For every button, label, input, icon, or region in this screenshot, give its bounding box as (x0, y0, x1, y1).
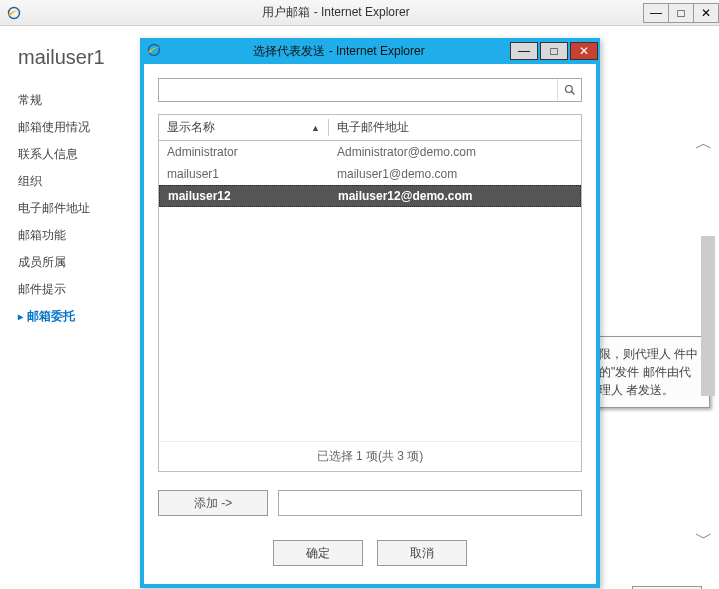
table-row[interactable]: Administrator Administrator@demo.com (159, 141, 581, 163)
table-row[interactable]: mailuser1 mailuser1@demo.com (159, 163, 581, 185)
search-box (158, 78, 582, 102)
add-target-field[interactable] (278, 490, 582, 516)
scroll-up[interactable]: ︿ (695, 131, 713, 155)
maximize-icon: □ (550, 44, 557, 58)
table-row-selected[interactable]: mailuser12 mailuser12@demo.com (159, 185, 581, 207)
scroll-down[interactable]: ﹀ (695, 526, 713, 550)
search-icon[interactable] (557, 79, 581, 101)
ok-button[interactable]: 确定 (273, 540, 363, 566)
cell-display-name: mailuser12 (160, 189, 330, 203)
close-icon: ✕ (579, 44, 589, 58)
parent-titlebar: 用户邮箱 - Internet Explorer — □ ✕ (0, 0, 719, 26)
parent-close-button[interactable]: ✕ (693, 3, 719, 23)
svg-point-0 (9, 7, 20, 18)
dialog-title: 选择代表发送 - Internet Explorer (168, 43, 510, 60)
info-tooltip: 限，则代理人 件中的"发件 邮件由代理人 者发送。 (590, 336, 710, 408)
dialog-close-button[interactable]: ✕ (570, 42, 598, 60)
svg-point-2 (565, 86, 572, 93)
ie-icon (146, 42, 162, 61)
cell-email: mailuser1@demo.com (329, 167, 581, 181)
svg-line-3 (571, 92, 574, 95)
dialog-select-send-as: 选择代表发送 - Internet Explorer — □ ✕ 显示名称 ▲ … (140, 38, 600, 588)
col-header-label: 显示名称 (167, 119, 215, 136)
grid-body: Administrator Administrator@demo.com mai… (159, 141, 581, 441)
grid-footer-status: 已选择 1 项(共 3 项) (159, 441, 581, 471)
dialog-titlebar: 选择代表发送 - Internet Explorer — □ ✕ (140, 38, 600, 64)
minimize-icon: — (650, 6, 662, 20)
scrollbar-thumb[interactable] (701, 236, 715, 396)
picker-grid: 显示名称 ▲ 电子邮件地址 Administrator Administrato… (158, 114, 582, 472)
col-header-email[interactable]: 电子邮件地址 (329, 119, 581, 136)
add-button[interactable]: 添加 -> (158, 490, 268, 516)
grid-header: 显示名称 ▲ 电子邮件地址 (159, 115, 581, 141)
parent-title: 用户邮箱 - Internet Explorer (28, 4, 644, 21)
cell-display-name: mailuser1 (159, 167, 329, 181)
col-header-display-name[interactable]: 显示名称 ▲ (159, 119, 329, 136)
maximize-icon: □ (677, 6, 684, 20)
dialog-min-button[interactable]: — (510, 42, 538, 60)
minimize-icon: — (518, 44, 530, 58)
cell-email: Administrator@demo.com (329, 145, 581, 159)
parent-max-button[interactable]: □ (668, 3, 694, 23)
sort-asc-icon: ▲ (311, 123, 320, 133)
cell-display-name: Administrator (159, 145, 329, 159)
cancel-button[interactable]: 取消 (377, 540, 467, 566)
cell-email: mailuser12@demo.com (330, 189, 580, 203)
search-input[interactable] (159, 79, 557, 101)
parent-min-button[interactable]: — (643, 3, 669, 23)
svg-point-1 (149, 44, 160, 55)
dialog-max-button[interactable]: □ (540, 42, 568, 60)
ie-icon (6, 5, 22, 21)
close-icon: ✕ (701, 6, 711, 20)
